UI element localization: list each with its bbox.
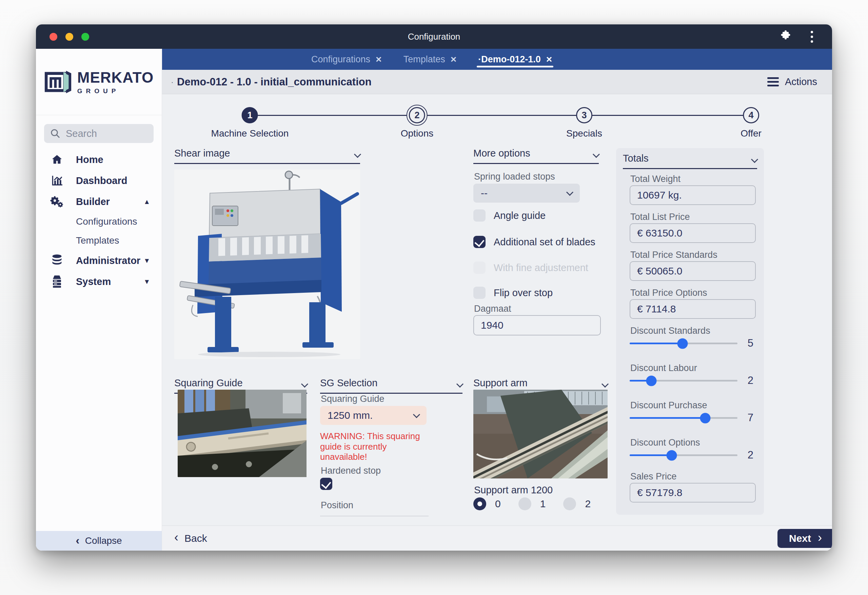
caret-up-icon: ▲ — [143, 198, 150, 206]
caret-down-icon: ▼ — [143, 257, 150, 265]
slider-thumb[interactable] — [677, 338, 688, 349]
sidebar-item-home[interactable]: Home — [36, 149, 162, 170]
section-header-more-options[interactable]: More options — [473, 148, 599, 164]
slider-track[interactable] — [630, 343, 737, 344]
section-header-sg-selection[interactable]: SG Selection — [320, 377, 462, 394]
support-arm-radio-group: 0 1 2 — [473, 498, 599, 510]
dagmaat-label: Dagmaat — [474, 303, 511, 314]
sidebar-item-label: System — [76, 276, 143, 287]
chevron-left-icon: ‹ — [174, 531, 179, 543]
flip-over-stop-checkbox[interactable]: Flip over stop — [473, 287, 553, 299]
section-header-shear-image[interactable]: Shear image — [174, 148, 360, 164]
actions-label: Actions — [785, 76, 817, 87]
checkbox-disabled — [473, 262, 486, 274]
radio-unselected[interactable] — [563, 498, 576, 510]
step-number: 3 — [576, 107, 592, 123]
extensions-puzzle-icon[interactable] — [779, 30, 792, 43]
sidebar-subitem-templates[interactable]: Templates — [36, 231, 162, 250]
tab-demo-012[interactable]: ·Demo-012-1.0 × — [478, 49, 552, 70]
checkbox-unchecked[interactable] — [473, 209, 486, 222]
step-specials[interactable]: 3 Specials — [566, 107, 602, 139]
checkbox-checked[interactable] — [473, 236, 486, 248]
step-options[interactable]: 2 Options — [401, 107, 434, 139]
tab-label: Templates — [403, 54, 445, 65]
discount-standards-label: Discount Standards — [630, 325, 710, 336]
section-header-totals[interactable]: Totals — [623, 153, 757, 169]
close-tab-icon[interactable]: × — [376, 54, 382, 64]
sg-squaring-guide-select[interactable]: 1250 mm. — [320, 406, 427, 425]
angle-guide-checkbox[interactable]: Angle guide — [473, 209, 546, 222]
shear-machine-image — [174, 169, 360, 359]
slider-thumb[interactable] — [700, 413, 710, 423]
radio-label: 0 — [495, 498, 501, 510]
tab-bar: Configurations × Templates × ·Demo-012-1… — [162, 49, 832, 70]
discount-labour-slider[interactable]: 2 — [630, 375, 753, 386]
sidebar-item-dashboard[interactable]: Dashboard — [36, 170, 162, 191]
caret-down-icon: ▼ — [143, 278, 150, 286]
slider-thumb[interactable] — [667, 450, 677, 461]
spring-loaded-stops-label: Spring loaded stops — [474, 171, 555, 182]
additional-set-of-blades-checkbox[interactable]: Additional set of blades — [473, 236, 595, 248]
sidebar-subitem-configurations[interactable]: Configurations — [36, 212, 162, 231]
search-input[interactable]: Search — [44, 124, 154, 143]
total-list-price-label: Total List Price — [630, 212, 690, 222]
slider-track[interactable] — [630, 454, 737, 456]
tab-templates[interactable]: Templates × — [403, 49, 457, 70]
section-label: Shear image — [174, 148, 230, 159]
section-label: Squaring Guide — [174, 377, 243, 389]
chevron-down-icon — [354, 151, 361, 158]
sidebar-menu: Home Dashboard Builder — [36, 149, 162, 292]
spring-loaded-stops-select[interactable]: -- — [473, 184, 580, 203]
tab-label: ·Demo-012-1.0 — [478, 54, 541, 65]
dagmaat-input[interactable]: 1940 — [473, 315, 601, 336]
collapse-label: Collapse — [85, 535, 122, 546]
slider-track[interactable] — [630, 417, 737, 419]
step-label: Options — [401, 128, 434, 139]
sidebar-item-label: Administrator — [76, 255, 143, 266]
chevron-down-icon — [601, 380, 609, 387]
hardened-stop-checkbox[interactable] — [320, 478, 332, 490]
radio-label: 2 — [585, 498, 590, 510]
step-number: 1 — [242, 107, 258, 123]
brand-subtitle: GROUP — [77, 87, 154, 95]
radio-label: 1 — [540, 498, 546, 510]
checkbox-unchecked[interactable] — [473, 287, 486, 299]
sidebar-item-builder[interactable]: Builder ▲ — [36, 191, 162, 212]
section-label: Totals — [623, 153, 649, 164]
hardened-stop-label: Hardened stop — [321, 465, 381, 476]
slider-thumb[interactable] — [646, 376, 657, 386]
checkbox-label: Angle guide — [494, 210, 546, 221]
checkbox-checked[interactable] — [320, 478, 332, 490]
tab-label: Configurations — [311, 54, 370, 65]
close-tab-icon[interactable]: × — [546, 54, 552, 64]
discount-purchase-slider[interactable]: 7 — [630, 412, 753, 423]
slider-value: 2 — [748, 449, 753, 461]
discount-options-slider[interactable]: 2 — [630, 450, 753, 461]
squaring-guide-image — [178, 390, 307, 477]
radio-selected[interactable] — [473, 498, 486, 510]
sidebar-collapse-button[interactable]: ‹ Collapse — [36, 531, 162, 551]
radio-unselected[interactable] — [518, 498, 531, 510]
back-button[interactable]: ‹ Back — [174, 533, 207, 544]
discount-standards-slider[interactable]: 5 — [630, 338, 753, 349]
step-machine-selection[interactable]: 1 Machine Selection — [211, 107, 289, 139]
chevron-down-icon — [456, 380, 464, 387]
close-tab-icon[interactable]: × — [450, 54, 457, 64]
sidebar-item-administrator[interactable]: Administrator ▼ — [36, 250, 162, 271]
step-label: Offer — [741, 128, 762, 139]
home-icon — [50, 153, 64, 166]
tab-configurations[interactable]: Configurations × — [311, 49, 382, 70]
next-button[interactable]: Next › — [778, 529, 832, 548]
chevron-right-icon: › — [818, 532, 822, 544]
search-placeholder: Search — [66, 128, 97, 139]
discount-purchase-label: Discount Purchase — [630, 400, 707, 411]
actions-button[interactable]: Actions — [767, 76, 817, 87]
browser-menu-icon[interactable] — [811, 31, 813, 43]
slider-track[interactable] — [630, 380, 737, 381]
step-offer[interactable]: 4 Offer — [741, 107, 762, 139]
server-icon — [50, 275, 64, 288]
total-weight-label: Total Weight — [630, 174, 681, 184]
sidebar-item-system[interactable]: System ▼ — [36, 271, 162, 292]
sidebar: MERKATO GROUP Search Home — [36, 49, 162, 551]
slider-fill — [630, 417, 705, 419]
